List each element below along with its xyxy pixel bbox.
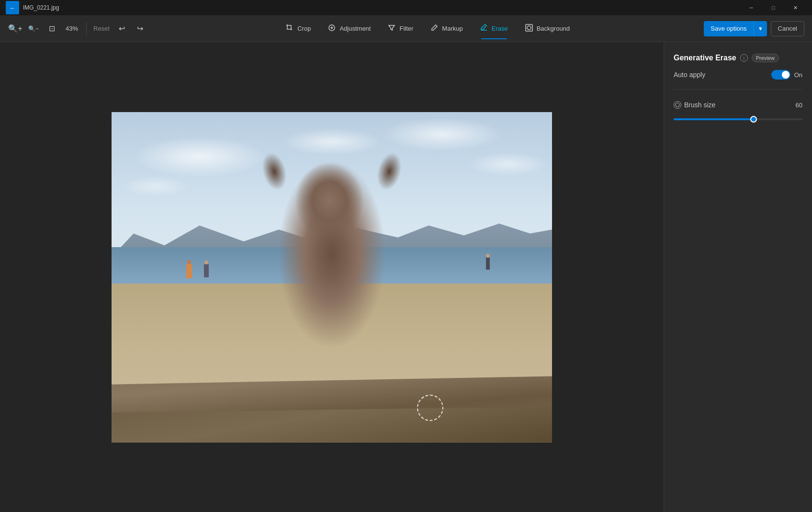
brush-size-value: 60: [796, 102, 802, 109]
fit-icon: ⊡: [49, 24, 55, 33]
auto-apply-label: Auto apply: [674, 71, 705, 79]
slider-thumb[interactable]: [750, 116, 757, 123]
right-panel: Generative Erase i Preview Auto apply On…: [664, 42, 812, 512]
title-bar-title: IMG_0221.jpg: [23, 4, 59, 11]
canvas-area[interactable]: [0, 42, 664, 512]
slider-track: [674, 118, 802, 120]
maximize-button[interactable]: □: [762, 0, 784, 15]
fit-button[interactable]: ⊡: [44, 21, 59, 36]
tool-crop-button[interactable]: Crop: [278, 18, 318, 39]
redo-button[interactable]: ↪: [133, 21, 148, 36]
person-center: [204, 264, 209, 277]
title-bar-controls: ─ □ ✕: [740, 0, 806, 15]
main-area: Generative Erase i Preview Auto apply On…: [0, 42, 812, 512]
image-canvas[interactable]: [112, 112, 552, 443]
panel-title: Generative Erase: [674, 54, 736, 62]
redo-icon: ↪: [137, 24, 143, 33]
preview-badge[interactable]: Preview: [752, 54, 779, 62]
toolbar-left: 🔍+ 🔍− ⊡ 43% Reset ↩ ↪: [8, 21, 148, 36]
zoom-in-button[interactable]: 🔍+: [8, 21, 23, 36]
brush-size-text: Brush size: [684, 101, 715, 109]
svg-rect-1: [526, 24, 532, 31]
panel-divider: [674, 89, 802, 90]
adjustment-label: Adjustment: [339, 25, 371, 32]
brush-size-row: Brush size 60: [674, 101, 802, 109]
panel-header: Generative Erase i Preview: [674, 54, 802, 62]
back-button[interactable]: ←: [6, 1, 19, 14]
tool-markup-button[interactable]: Markup: [423, 18, 470, 39]
background-label: Background: [537, 25, 570, 32]
person-right: [486, 257, 490, 270]
title-bar: ← IMG_0221.jpg ─ □ ✕: [0, 0, 812, 15]
toolbar-right: Save options ▾ Cancel: [704, 21, 804, 36]
toolbar-center: Crop Adjustment Filter: [154, 18, 702, 39]
close-button[interactable]: ✕: [784, 0, 806, 15]
slider-fill: [674, 118, 754, 120]
brush-size-icon: [674, 101, 681, 109]
back-icon: ←: [9, 4, 15, 11]
zoom-out-icon: 🔍−: [28, 25, 39, 32]
toolbar-divider: [86, 22, 87, 35]
erase-label: Erase: [492, 25, 508, 32]
tool-erase-button[interactable]: Erase: [473, 18, 516, 39]
auto-apply-row: Auto apply On: [674, 70, 802, 80]
brush-size-slider-container: [674, 118, 802, 120]
markup-icon: [430, 24, 438, 33]
save-dropdown-button[interactable]: ▾: [754, 21, 767, 36]
undo-button[interactable]: ↩: [114, 21, 130, 36]
tool-background-button[interactable]: Background: [518, 18, 577, 39]
brush-size-label-group: Brush size: [674, 101, 715, 109]
erase-icon: [480, 24, 488, 33]
toggle-container: On: [771, 70, 802, 80]
undo-icon: ↩: [119, 24, 125, 33]
chevron-down-icon: ▾: [759, 25, 762, 32]
filter-label: Filter: [399, 25, 413, 32]
background-icon: [525, 24, 533, 33]
filter-icon: [388, 24, 395, 33]
svg-point-2: [527, 26, 531, 30]
zoom-in-icon: 🔍+: [8, 24, 22, 33]
toggle-on-label: On: [794, 71, 802, 79]
crop-icon: [286, 24, 293, 33]
markup-label: Markup: [442, 25, 462, 32]
title-bar-left: ← IMG_0221.jpg: [6, 1, 59, 14]
save-options-group: Save options ▾: [704, 21, 767, 36]
tool-adjustment-button[interactable]: Adjustment: [320, 18, 378, 39]
reset-button[interactable]: Reset: [91, 25, 112, 32]
save-options-button[interactable]: Save options: [704, 21, 753, 36]
person-left: [186, 264, 192, 278]
zoom-out-button[interactable]: 🔍−: [26, 21, 41, 36]
adjustment-icon: [328, 24, 336, 33]
toolbar: 🔍+ 🔍− ⊡ 43% Reset ↩ ↪ Crop: [0, 15, 812, 42]
zoom-level: 43%: [62, 25, 81, 32]
info-icon[interactable]: i: [740, 54, 748, 62]
cancel-button[interactable]: Cancel: [771, 21, 804, 36]
minimize-button[interactable]: ─: [740, 0, 762, 15]
crop-label: Crop: [297, 25, 311, 32]
tool-filter-button[interactable]: Filter: [380, 18, 421, 39]
svg-point-3: [676, 103, 679, 107]
auto-apply-toggle[interactable]: [771, 70, 790, 80]
